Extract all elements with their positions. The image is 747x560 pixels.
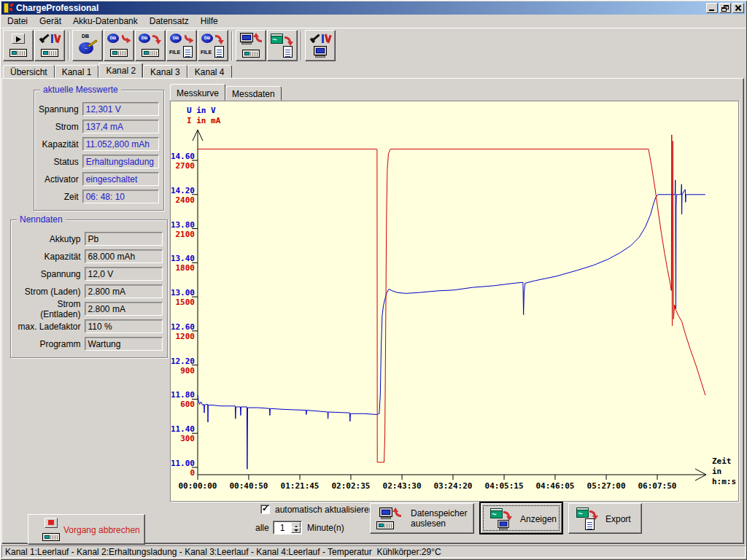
database-to-device-button[interactable]: DB [104, 30, 134, 61]
current-tick-label: 900 [180, 366, 195, 376]
file-to-database-button[interactable]: DB FILE [166, 30, 197, 61]
database-icon: DB [139, 34, 150, 43]
voltage-tick-label: 13.00 [171, 288, 195, 298]
database-icon: DB [201, 34, 213, 43]
current-tick-label: 1500 [176, 298, 196, 307]
export-button[interactable]: ~ Export [568, 503, 642, 534]
field-label: Kapazität [39, 139, 82, 149]
export-measurement-button[interactable]: ~ [267, 30, 298, 61]
current-tick-label: 2700 [176, 161, 196, 171]
time-tick-label: 03:24:20 [433, 481, 472, 491]
interval-spinner[interactable]: 1 [273, 521, 302, 534]
database-icon: DB [170, 34, 182, 43]
ladefaktor-field: 110 % [85, 319, 163, 333]
computer-icon [498, 520, 508, 528]
tab-kanal-4[interactable]: Kanal 4 [187, 65, 232, 78]
menu-datei[interactable]: Datei [1, 15, 34, 27]
chart-icon: ~ [576, 508, 589, 518]
database-icon: DB [107, 34, 119, 43]
auto-update-label: automatisch aktualisieren [275, 505, 374, 515]
hammer-icon [41, 34, 49, 41]
arrow-up-icon [255, 36, 262, 42]
tab-messkurve[interactable]: Messkurve [170, 84, 225, 101]
voltage-tick-label: 12.20 [171, 357, 195, 366]
time-tick-label: 01:21:45 [281, 481, 320, 491]
chart-icon: ~ [271, 34, 283, 44]
pliers-icon [327, 35, 331, 43]
voltage-axis-title: U in V [187, 106, 216, 115]
read-datastore-action-button[interactable]: Datenspeicher auslesen [370, 503, 474, 534]
field-label: Kapazität [15, 252, 85, 262]
menu-datensatz[interactable]: Datensatz [144, 15, 195, 27]
tab-kanal-1[interactable]: Kanal 1 [55, 65, 99, 78]
device-icon [9, 49, 27, 57]
restore-button[interactable] [719, 3, 731, 13]
voltage-tick-label: 11.40 [171, 424, 195, 434]
device-icon [42, 533, 60, 541]
series-U [198, 180, 705, 469]
strom-field: 137,4 mA [82, 120, 159, 133]
pc-settings-button[interactable] [305, 30, 336, 61]
interval-value: 1 [274, 523, 291, 533]
file-label: FILE [169, 50, 180, 55]
programm-field: Wartung [85, 337, 163, 351]
device-configuration-button[interactable] [34, 30, 65, 61]
current-tick-label: 2100 [176, 230, 196, 239]
activator-field: eingeschaltet [82, 172, 159, 186]
time-tick-label: 00:00:00 [179, 481, 217, 491]
chart-icon: ~ [490, 508, 503, 518]
stop-icon [44, 518, 58, 528]
voltage-tick-label: 13.80 [171, 220, 195, 230]
menu-geraet[interactable]: Gerät [34, 15, 67, 27]
device-to-database-button[interactable]: DB [135, 30, 166, 61]
kapazitaet-field: 11.052,800 mAh [82, 137, 159, 151]
show-button-label: Anzeigen [520, 514, 557, 524]
close-button[interactable] [732, 3, 744, 13]
arrow-down-icon [185, 35, 190, 42]
status-text: Kanal 1:Leerlauf - Kanal 2:Erhaltungslad… [5, 547, 441, 557]
akkutyp-field: Pb [85, 232, 163, 246]
start-measurement-button[interactable] [3, 30, 34, 61]
time-tick-label: 04:46:05 [535, 481, 574, 491]
time-tick-label: 06:07:50 [638, 481, 677, 491]
arrow-down-right-icon [589, 510, 596, 516]
toolbar-separator [301, 31, 302, 61]
spannung-field: 12,301 V [82, 102, 159, 116]
tab-kanal-2[interactable]: Kanal 2 [98, 63, 143, 78]
time-tick-label: 04:05:15 [485, 481, 524, 491]
field-label: Spannung [39, 104, 82, 114]
current-tick-label: 300 [180, 434, 195, 443]
read-datastore-button[interactable] [236, 30, 266, 61]
document-icon [585, 518, 595, 530]
tab-uebersicht[interactable]: Übersicht [3, 65, 55, 78]
auto-update-checkbox[interactable] [260, 505, 270, 514]
spinner-down-button[interactable] [291, 527, 301, 533]
minimize-button[interactable] [706, 3, 718, 13]
status-field: Erhaltungsladung [82, 155, 159, 168]
arrow-down-icon [122, 35, 128, 42]
field-label: Zeit [39, 192, 82, 202]
abort-process-button[interactable]: Vorgang abbrechen [28, 514, 145, 545]
edit-database-button[interactable]: DB ~ [72, 30, 103, 61]
database-to-file-button[interactable]: DB FILE [198, 30, 228, 61]
db-label: DB [82, 34, 89, 39]
menu-bar: Datei Gerät Akku-Datenbank Datensatz Hil… [1, 15, 746, 28]
menu-akku-datenbank[interactable]: Akku-Datenbank [67, 15, 144, 27]
read-button-label: Datenspeicher auslesen [411, 508, 471, 529]
current-tick-label: 2400 [176, 195, 196, 205]
tab-kanal-3[interactable]: Kanal 3 [143, 65, 187, 78]
status-bar: Kanal 1:Leerlauf - Kanal 2:Erhaltungslad… [1, 545, 746, 558]
x-axis-title-line1: Zeit [712, 456, 732, 466]
strom-laden-field: 2.800 mA [85, 284, 163, 298]
current-tick-label: 0 [190, 468, 195, 478]
show-button[interactable]: ~ Anzeigen [479, 502, 563, 534]
group-nenndaten: Nenndaten AkkutypPb Kapazität68.000 mAh … [10, 219, 168, 358]
voltage-tick-label: 14.60 [171, 152, 195, 161]
tab-messdaten[interactable]: Messdaten [225, 86, 282, 101]
current-tick-label: 1200 [176, 332, 196, 341]
device-icon [41, 49, 58, 57]
menu-hilfe[interactable]: Hilfe [195, 15, 224, 27]
voltage-tick-label: 13.40 [171, 254, 195, 263]
kanal2-page: aktuelle Messwerte Spannung12,301 V Stro… [1, 78, 744, 544]
field-label: Strom [39, 122, 82, 132]
